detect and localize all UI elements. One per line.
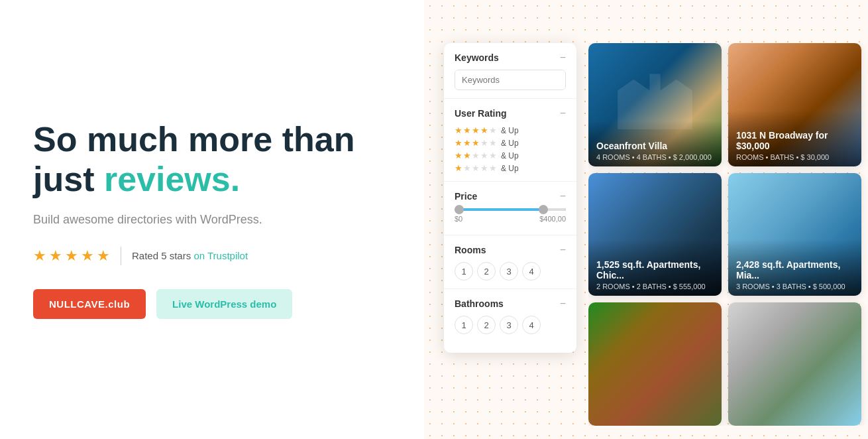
card-image-1: Oceanfront Villa 4 ROOMS • 4 BATHS • $ 2… — [588, 43, 722, 166]
rooms-btn-1[interactable]: 1 — [455, 262, 473, 281]
filter-keywords-title: Keywords — [455, 52, 499, 63]
slider-fill — [455, 208, 543, 211]
rating-option-3[interactable]: ★★★★★ & Up — [455, 138, 566, 148]
rating-text: Rated 5 stars on Trustpilot — [132, 250, 248, 261]
filter-keywords-toggle[interactable]: − — [560, 52, 566, 63]
card-meta-3: 2 ROOMS • 2 BATHS • $ 555,000 — [596, 282, 714, 290]
filter-price-toggle[interactable]: − — [560, 191, 566, 202]
filter-rating-title: User Rating — [455, 108, 507, 119]
filter-rating-section: User Rating − ★★★★★ & Up ★★★★★ & Up — [444, 99, 576, 182]
card-title-3: 1,525 sq.ft. Apartments, Chic... — [596, 259, 714, 281]
rooms-buttons: 1 2 3 4 — [455, 262, 566, 281]
listing-card-5[interactable] — [588, 302, 722, 426]
keyword-input-wrap: ▶ — [455, 70, 566, 90]
filter-price-header: Price − — [455, 191, 566, 202]
filter-rooms-header: Rooms − — [455, 245, 566, 255]
card-title-1: Oceanfront Villa — [596, 141, 714, 151]
filter-price-section: Price − $0 $400,00 — [444, 182, 576, 235]
right-section: Keywords − ▶ User Rating − ★★★★★ & Up — [424, 0, 868, 439]
card-overlay-1: Oceanfront Villa 4 ROOMS • 4 BATHS • $ 2… — [588, 121, 722, 166]
filter-rooms-toggle[interactable]: − — [560, 245, 566, 255]
star-3: ★ — [65, 247, 78, 265]
star-rating: ★ ★ ★ ★ ★ — [33, 247, 110, 265]
hero-title: So much more than just reviews. — [33, 120, 391, 200]
filter-keywords-header: Keywords − — [455, 52, 566, 63]
filter-bathrooms-section: Bathrooms − 1 2 3 4 — [444, 289, 576, 334]
rooms-btn-4[interactable]: 4 — [522, 262, 541, 281]
rooms-btn-3[interactable]: 3 — [500, 262, 518, 281]
hero-subtitle: Build awesome directories with WordPress… — [33, 213, 391, 227]
card-meta-4: 3 ROOMS • 3 BATHS • $ 500,000 — [736, 282, 853, 290]
listings-grid: Oceanfront Villa 4 ROOMS • 4 BATHS • $ 2… — [588, 43, 868, 426]
divider — [121, 247, 121, 265]
nullcave-button[interactable]: NULLCAVE.club — [33, 289, 146, 319]
listing-card-1[interactable]: Oceanfront Villa 4 ROOMS • 4 BATHS • $ 2… — [588, 43, 722, 166]
listing-card-6[interactable] — [728, 302, 861, 426]
slider-thumb-left[interactable] — [455, 205, 464, 214]
listing-card-2[interactable]: 1031 N Broadway for $30,000 ROOMS • BATH… — [728, 43, 861, 166]
card-title-2: 1031 N Broadway for $30,000 — [736, 130, 853, 151]
bathrooms-buttons: 1 2 3 4 — [455, 316, 566, 334]
slider-thumb-right[interactable] — [539, 205, 548, 214]
filter-rating-header: User Rating − — [455, 108, 566, 119]
price-min-label: $0 — [455, 215, 462, 223]
filter-rooms-section: Rooms − 1 2 3 4 — [444, 235, 576, 289]
price-max-label: $400,00 — [539, 215, 566, 223]
rating-option-1[interactable]: ★★★★★ & Up — [455, 163, 566, 173]
card-image-3: 1,525 sq.ft. Apartments, Chic... 2 ROOMS… — [588, 173, 722, 296]
card-overlay-3: 1,525 sq.ft. Apartments, Chic... 2 ROOMS… — [588, 239, 722, 296]
price-slider-track[interactable] — [455, 208, 566, 211]
bathrooms-btn-3[interactable]: 3 — [500, 316, 518, 334]
rating-stars-3: ★★★★★ — [455, 138, 497, 148]
star-5: ★ — [97, 247, 110, 265]
rating-stars-2: ★★★★★ — [455, 151, 497, 160]
filter-keywords-section: Keywords − ▶ — [444, 43, 576, 99]
rating-row: ★ ★ ★ ★ ★ Rated 5 stars on Trustpilot — [33, 247, 391, 265]
card-image-6 — [728, 302, 861, 426]
star-4: ★ — [81, 247, 94, 265]
star-1: ★ — [33, 247, 46, 265]
price-range: $0 $400,00 — [455, 208, 566, 225]
bathrooms-btn-1[interactable]: 1 — [455, 316, 473, 334]
card-title-4: 2,428 sq.ft. Apartments, Mia... — [736, 259, 853, 281]
filter-price-title: Price — [455, 191, 477, 202]
filter-bathrooms-toggle[interactable]: − — [560, 298, 566, 309]
card-meta-2: ROOMS • BATHS • $ 30,000 — [736, 153, 853, 161]
rating-options: ★★★★★ & Up ★★★★★ & Up ★★★★★ & Up — [455, 125, 566, 173]
filter-panel: Keywords − ▶ User Rating − ★★★★★ & Up — [444, 43, 576, 353]
rooms-btn-2[interactable]: 2 — [477, 262, 496, 281]
demo-button[interactable]: Live WordPress demo — [156, 289, 292, 319]
filter-bathrooms-title: Bathrooms — [455, 298, 504, 309]
listing-card-3[interactable]: 1,525 sq.ft. Apartments, Chic... 2 ROOMS… — [588, 173, 722, 296]
card-overlay-4: 2,428 sq.ft. Apartments, Mia... 3 ROOMS … — [728, 239, 861, 296]
card-meta-1: 4 ROOMS • 4 BATHS • $ 2,000,000 — [596, 153, 714, 161]
filter-rooms-title: Rooms — [455, 245, 486, 255]
rating-stars-1: ★★★★★ — [455, 163, 497, 173]
card-image-5 — [588, 302, 722, 426]
card-image-2: 1031 N Broadway for $30,000 ROOMS • BATH… — [728, 43, 861, 166]
filter-bathrooms-header: Bathrooms − — [455, 298, 566, 309]
rating-option-4[interactable]: ★★★★★ & Up — [455, 125, 566, 135]
hero-section: So much more than just reviews. Build aw… — [0, 0, 424, 439]
trustpilot-link[interactable]: on Trustpilot — [193, 250, 248, 261]
card-overlay-2: 1031 N Broadway for $30,000 ROOMS • BATH… — [728, 110, 861, 166]
card-image-4: 2,428 sq.ft. Apartments, Mia... 3 ROOMS … — [728, 173, 861, 296]
filter-rating-toggle[interactable]: − — [560, 108, 566, 119]
button-row: NULLCAVE.club Live WordPress demo — [33, 289, 391, 319]
rating-stars-4: ★★★★★ — [455, 125, 497, 135]
listing-card-4[interactable]: 2,428 sq.ft. Apartments, Mia... 3 ROOMS … — [728, 173, 861, 296]
bathrooms-btn-2[interactable]: 2 — [477, 316, 496, 334]
bathrooms-btn-4[interactable]: 4 — [522, 316, 541, 334]
keyword-input[interactable] — [455, 70, 566, 90]
price-labels: $0 $400,00 — [455, 215, 566, 223]
star-2: ★ — [49, 247, 62, 265]
rating-option-2[interactable]: ★★★★★ & Up — [455, 151, 566, 160]
